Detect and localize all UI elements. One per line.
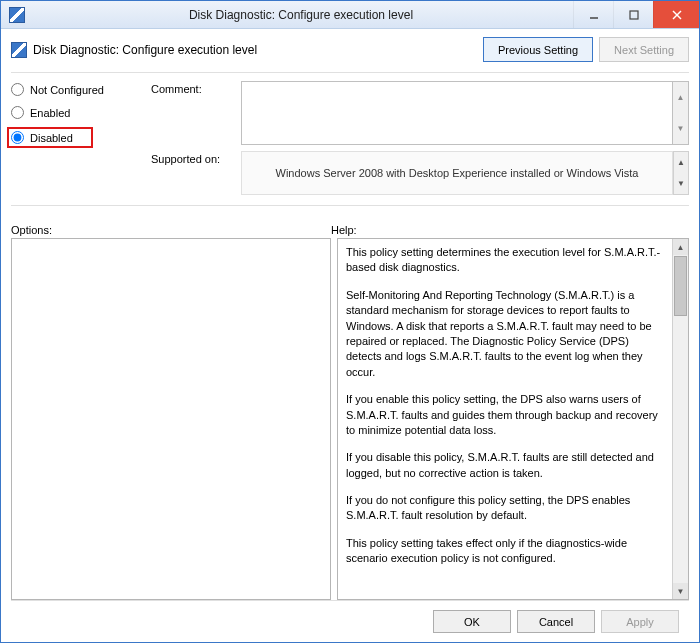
next-setting-button: Next Setting: [599, 37, 689, 62]
dialog-footer: OK Cancel Apply: [11, 600, 689, 642]
supported-scrollbar[interactable]: ▲▼: [673, 151, 689, 195]
help-pane: This policy setting determines the execu…: [337, 238, 689, 600]
radio-disabled-label: Disabled: [30, 132, 73, 144]
radio-disabled-input[interactable]: [11, 131, 24, 144]
supported-on-value: Windows Server 2008 with Desktop Experie…: [241, 151, 673, 195]
radio-enabled[interactable]: Enabled: [11, 106, 151, 119]
help-scrollbar[interactable]: ▲ ▼: [672, 239, 688, 599]
supported-label: Supported on:: [151, 151, 241, 195]
svg-rect-1: [630, 11, 638, 19]
radio-not-configured[interactable]: Not Configured: [11, 83, 151, 96]
scroll-down-icon[interactable]: ▼: [673, 583, 688, 599]
comment-label: Comment:: [151, 81, 241, 145]
radio-disabled[interactable]: Disabled: [7, 127, 93, 148]
radio-enabled-label: Enabled: [30, 107, 70, 119]
help-paragraph: If you enable this policy setting, the D…: [346, 392, 664, 438]
titlebar[interactable]: Disk Diagnostic: Configure execution lev…: [1, 1, 699, 29]
radio-enabled-input[interactable]: [11, 106, 24, 119]
minimize-button[interactable]: [573, 1, 613, 28]
separator: [11, 72, 689, 73]
help-label: Help:: [331, 224, 357, 236]
apply-button: Apply: [601, 610, 679, 633]
policy-icon: [11, 42, 27, 58]
help-paragraph: Self-Monitoring And Reporting Technology…: [346, 288, 664, 380]
comment-input[interactable]: [241, 81, 673, 145]
scroll-thumb[interactable]: [674, 256, 687, 316]
previous-setting-button[interactable]: Previous Setting: [483, 37, 593, 62]
ok-button[interactable]: OK: [433, 610, 511, 633]
options-label: Options:: [11, 224, 331, 236]
page-title: Disk Diagnostic: Configure execution lev…: [33, 43, 257, 57]
state-radio-group: Not Configured Enabled Disabled: [11, 81, 151, 201]
help-text: This policy setting determines the execu…: [338, 239, 672, 599]
radio-not-configured-label: Not Configured: [30, 84, 104, 96]
help-paragraph: This policy setting determines the execu…: [346, 245, 664, 276]
close-button[interactable]: [653, 1, 699, 28]
radio-not-configured-input[interactable]: [11, 83, 24, 96]
help-paragraph: If you do not configure this policy sett…: [346, 493, 664, 524]
scroll-track[interactable]: [673, 317, 688, 583]
comment-scrollbar[interactable]: ▲▼: [673, 81, 689, 145]
app-icon: [9, 7, 25, 23]
options-pane: [11, 238, 331, 600]
policy-dialog: Disk Diagnostic: Configure execution lev…: [0, 0, 700, 643]
window-title: Disk Diagnostic: Configure execution lev…: [29, 8, 573, 22]
cancel-button[interactable]: Cancel: [517, 610, 595, 633]
help-paragraph: If you disable this policy, S.M.A.R.T. f…: [346, 450, 664, 481]
help-paragraph: This policy setting takes effect only if…: [346, 536, 664, 567]
scroll-up-icon[interactable]: ▲: [673, 239, 688, 255]
separator-2: [11, 205, 689, 206]
maximize-button[interactable]: [613, 1, 653, 28]
